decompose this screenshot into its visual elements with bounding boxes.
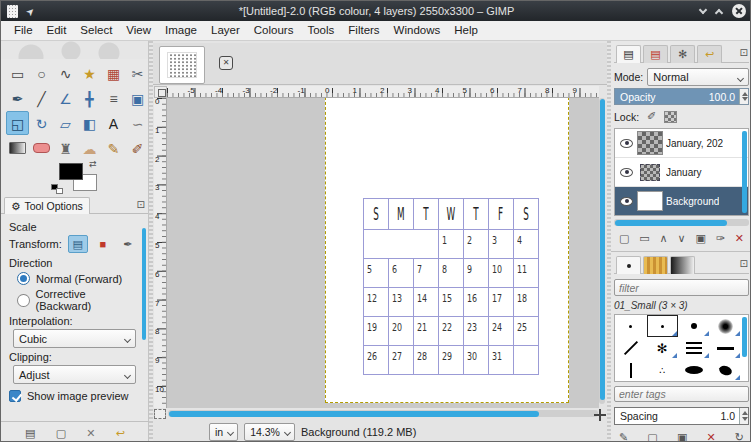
tab-patterns[interactable] — [643, 256, 668, 274]
radio-icon[interactable] — [17, 294, 30, 307]
mode-select[interactable]: Normal — [647, 68, 749, 86]
foreground-colour-swatch[interactable] — [59, 163, 83, 180]
dock-menu-icon[interactable]: ⊡ — [740, 47, 748, 58]
rotate-tool[interactable]: ↻ — [30, 111, 53, 135]
refresh-brushes-button[interactable]: ↻ — [735, 427, 744, 442]
radio-icon[interactable] — [17, 272, 30, 285]
dock-menu-icon[interactable]: ⊡ — [740, 258, 748, 269]
duplicate-layer-button[interactable]: ▣ — [695, 228, 705, 248]
image-tab[interactable] — [159, 46, 205, 84]
brush-splatter[interactable] — [647, 337, 679, 359]
new-brush-button[interactable]: ▢ — [647, 427, 657, 442]
smudge-tool[interactable]: ☁ — [78, 136, 101, 160]
save-tool-preset-button[interactable]: ▤ — [25, 423, 35, 442]
menu-edit[interactable]: Edit — [40, 21, 74, 40]
tab-gradients[interactable] — [670, 256, 695, 274]
vertical-ruler[interactable]: 012345678910 — [154, 98, 167, 408]
menu-image[interactable]: Image — [158, 21, 204, 40]
brush-dot[interactable] — [678, 315, 710, 337]
paths-tool[interactable]: ✒ — [6, 86, 29, 110]
menu-file[interactable]: File — [7, 21, 40, 40]
checkbox-icon[interactable] — [9, 390, 21, 402]
transform-selection-button[interactable]: ■ — [93, 235, 113, 253]
menu-tools[interactable]: Tools — [300, 21, 341, 40]
layer-row[interactable]: January — [615, 158, 748, 187]
brush-grid-scrollbar[interactable] — [742, 317, 747, 357]
tab-brushes[interactable] — [616, 256, 641, 274]
pencil-tool[interactable]: ✎ — [102, 136, 125, 160]
visibility-eye-icon[interactable] — [620, 139, 633, 148]
canvas-viewport[interactable]: SMTWTFS123456789101112131415161718192021… — [167, 98, 599, 408]
delete-layer-button[interactable]: ✕ — [735, 228, 744, 248]
tab-layers[interactable]: ▤ — [616, 45, 641, 63]
horizontal-ruler[interactable]: -5-4-3-2-10123456789 — [167, 86, 599, 98]
transform-layer-button[interactable]: ▤ — [68, 235, 88, 253]
warp-transform-tool[interactable]: ∽ — [126, 111, 149, 135]
tab-tool-options[interactable]: ⚙ Tool Options — [4, 197, 90, 214]
lower-layer-button[interactable]: ∨ — [677, 228, 685, 248]
brush-01-small[interactable] — [647, 315, 679, 337]
perspective-tool[interactable]: ◧ — [78, 111, 101, 135]
unit-select[interactable]: in — [209, 423, 238, 441]
align-tool[interactable]: ≡ — [102, 86, 125, 110]
free-select-tool[interactable]: ∿ — [54, 61, 77, 85]
minimize-icon[interactable] — [699, 5, 707, 13]
duplicate-brush-button[interactable]: ▣ — [677, 427, 687, 442]
scrollbar-thumb[interactable] — [615, 220, 727, 226]
radio-corrective-backward[interactable]: Corrective (Backward) — [17, 288, 140, 312]
swap-colours-icon[interactable]: ⇄ — [89, 159, 97, 169]
close-icon[interactable] — [732, 4, 746, 18]
transform-path-button[interactable]: ✒ — [118, 235, 138, 253]
radio-normal-forward[interactable]: Normal (Forward) — [17, 272, 140, 285]
paintbrush-tool[interactable]: ✐ — [126, 136, 149, 160]
interpolation-select[interactable]: Cubic — [13, 329, 136, 348]
brush-line[interactable] — [710, 337, 742, 359]
brush-filter-input[interactable] — [614, 279, 749, 296]
lock-alpha-icon[interactable] — [664, 111, 677, 123]
tab-undo-history[interactable]: ↩ — [697, 45, 722, 63]
brush-diagonal-line[interactable] — [615, 337, 647, 359]
layers-scrollbar[interactable] — [742, 131, 747, 213]
restore-tool-preset-button[interactable]: ▢ — [56, 423, 66, 442]
tool-options-scrollbar[interactable] — [142, 228, 146, 340]
menu-colours[interactable]: Colours — [247, 21, 301, 40]
fuzzy-select-tool[interactable]: ★ — [78, 61, 101, 85]
shear-tool[interactable]: ▱ — [54, 111, 77, 135]
tab-channels[interactable]: ▤ — [643, 45, 668, 63]
brush-ellipse[interactable] — [678, 359, 710, 381]
clipping-select[interactable]: Adjust — [13, 365, 136, 384]
quick-mask-toggle[interactable] — [154, 409, 166, 419]
gradient-tool[interactable] — [9, 142, 26, 154]
menu-select[interactable]: Select — [73, 21, 119, 40]
colour-picker-tool[interactable]: ╱ — [30, 86, 53, 110]
rectangle-select-tool[interactable]: ▭ — [6, 61, 29, 85]
tab-paths[interactable]: ✻ — [670, 45, 695, 63]
zoom-select[interactable]: 14.3% — [244, 423, 295, 441]
spinner-arrows-icon[interactable] — [739, 89, 748, 104]
lock-pixels-icon[interactable]: ✐ — [647, 110, 656, 123]
canvas-vertical-scrollbar[interactable] — [599, 98, 605, 404]
visibility-eye-icon[interactable] — [620, 168, 633, 177]
menu-filters[interactable]: Filters — [341, 21, 386, 40]
spinner-arrows-icon[interactable] — [739, 408, 748, 424]
spacing-spinner[interactable]: Spacing 1.0 — [614, 407, 749, 425]
menu-view[interactable]: View — [119, 21, 158, 40]
brush-fuzzy[interactable] — [710, 315, 742, 337]
clone-tool[interactable]: ♜ — [54, 136, 77, 160]
layer-opacity-slider[interactable]: Opacity 100.0 — [614, 88, 749, 105]
new-layer-button[interactable]: ▢ — [619, 228, 629, 248]
edit-brush-button[interactable]: ✎ — [619, 427, 628, 442]
title-bar[interactable]: ➤ *[Untitled]-2.0 (RGB colour, 4 layers)… — [1, 1, 751, 21]
scrollbar-thumb[interactable] — [169, 411, 539, 417]
dock-menu-icon[interactable]: ⊡ — [137, 199, 145, 210]
scissors-select-tool[interactable]: ✂ — [126, 61, 149, 85]
brush-specks[interactable] — [647, 359, 679, 381]
menu-windows[interactable]: Windows — [387, 21, 448, 40]
canvas-page[interactable]: SMTWTFS123456789101112131415161718192021… — [325, 98, 569, 403]
new-layer-group-button[interactable]: ▭ — [639, 228, 649, 248]
ellipse-select-tool[interactable]: ○ — [30, 61, 53, 85]
layer-row[interactable]: Background — [615, 187, 748, 216]
select-by-colour-tool[interactable]: ▦ — [102, 61, 125, 85]
layer-row[interactable]: January, 202 — [615, 129, 748, 158]
brush-dashes[interactable] — [678, 337, 710, 359]
